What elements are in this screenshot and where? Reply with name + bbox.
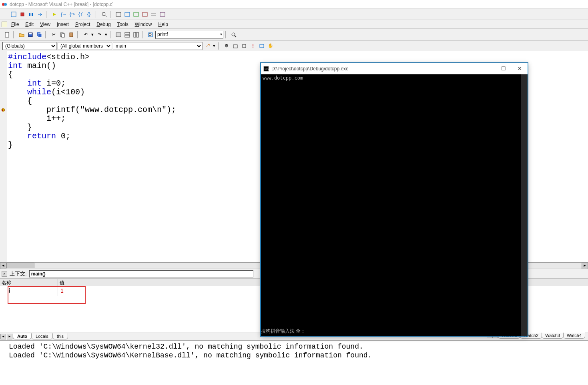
menu-file[interactable]: File xyxy=(8,21,22,28)
menu-debug[interactable]: Debug xyxy=(93,21,114,28)
svg-text:{→}: {→} xyxy=(61,12,66,17)
toggle-breakpoint-button[interactable]: ✋ xyxy=(267,42,275,50)
save-all-button[interactable] xyxy=(35,31,43,39)
ime-status: 搜狗拼音输入法 全： xyxy=(261,328,305,335)
stop-build-button[interactable] xyxy=(240,42,248,50)
app-icon xyxy=(2,2,7,7)
toolbar-separator xyxy=(110,11,112,18)
find-combo[interactable]: printf xyxy=(155,31,223,39)
svg-rect-18 xyxy=(160,12,165,16)
open-button[interactable] xyxy=(18,31,26,39)
step-over-button[interactable]: {↷} xyxy=(68,10,76,18)
tab-this[interactable]: this xyxy=(52,333,68,339)
step-out-button[interactable]: {↑} xyxy=(77,10,85,18)
globals-select[interactable]: (Globals) xyxy=(2,42,57,50)
show-next-button[interactable] xyxy=(50,10,58,18)
step-into-button[interactable]: {→} xyxy=(59,10,67,18)
apply-codechanges-button[interactable] xyxy=(36,10,44,18)
scope-toolbar: (Globals) (All global members main ▾ ⚙ !… xyxy=(0,41,588,51)
context-field[interactable]: main() xyxy=(29,270,253,277)
toolbar-separator xyxy=(13,31,16,38)
redo-button[interactable]: ↷ xyxy=(95,31,103,39)
cut-button[interactable]: ✂ xyxy=(50,31,58,39)
memory-window-button[interactable] xyxy=(141,10,149,18)
menu-project[interactable]: Project xyxy=(72,21,93,28)
watch-close-button[interactable]: × xyxy=(2,271,7,277)
minimize-button[interactable]: — xyxy=(480,64,496,74)
save-button[interactable] xyxy=(26,31,34,39)
stop-debug-button[interactable] xyxy=(18,10,26,18)
scroll-left-button[interactable]: ◄ xyxy=(0,263,6,269)
maximize-button[interactable]: ☐ xyxy=(496,64,512,74)
find-button[interactable] xyxy=(230,31,238,39)
watch-window-button[interactable] xyxy=(114,10,122,18)
wizard-button[interactable] xyxy=(203,42,211,50)
window-list-button[interactable] xyxy=(123,31,131,39)
tab-locals[interactable]: Locals xyxy=(31,333,53,339)
disassembly-window-button[interactable] xyxy=(159,10,167,18)
svg-rect-3 xyxy=(21,13,24,16)
variables-window-button[interactable] xyxy=(123,10,131,18)
wizard-dropdown[interactable]: ▾ xyxy=(212,42,216,50)
find-in-files-button[interactable] xyxy=(146,31,155,39)
svg-rect-29 xyxy=(125,35,130,37)
col-name[interactable]: 名称 xyxy=(0,279,58,286)
toolbar-separator xyxy=(225,31,228,38)
copy-button[interactable] xyxy=(58,31,66,39)
svg-rect-21 xyxy=(29,33,32,34)
restart-debug-button[interactable] xyxy=(10,10,18,18)
function-select[interactable]: main xyxy=(113,42,203,50)
tile-button[interactable] xyxy=(132,31,140,39)
tab-auto[interactable]: Auto xyxy=(13,333,32,339)
svg-rect-15 xyxy=(142,12,147,16)
console-vscrollbar[interactable] xyxy=(521,74,528,336)
svg-rect-5 xyxy=(32,13,33,16)
menu-tools[interactable]: Tools xyxy=(114,21,132,28)
svg-rect-36 xyxy=(233,45,237,48)
quickwatch-button[interactable] xyxy=(100,10,108,18)
toolbar-separator xyxy=(77,31,80,38)
execute-button[interactable]: ! xyxy=(249,42,257,50)
svg-rect-27 xyxy=(116,33,121,37)
tab-watch3[interactable]: Watch3 xyxy=(542,333,564,339)
col-value[interactable]: 值 xyxy=(58,279,250,286)
new-button[interactable] xyxy=(3,31,11,39)
console-body[interactable]: www.dotcpp.com xyxy=(261,74,528,336)
svg-line-35 xyxy=(235,36,236,37)
compile-button[interactable]: ⚙ xyxy=(223,42,231,50)
console-line: www.dotcpp.com xyxy=(263,75,303,81)
run-to-cursor-button[interactable]: {} xyxy=(86,10,94,18)
output-pane: Loaded 'C:\Windows\SysWOW64\kernel32.dll… xyxy=(0,340,588,385)
callstack-window-button[interactable] xyxy=(150,10,158,18)
menu-help[interactable]: Help xyxy=(155,21,171,28)
svg-point-10 xyxy=(102,12,105,16)
console-window[interactable]: C:\ D:\Project\dotcpp\Debug\dotcpp.exe —… xyxy=(261,63,528,336)
build-button[interactable] xyxy=(231,42,239,50)
paste-button[interactable] xyxy=(67,31,75,39)
title-text: dotcpp - Microsoft Visual C++ [break] - … xyxy=(10,2,114,7)
undo-button[interactable]: ↶ xyxy=(82,31,90,39)
members-select[interactable]: (All global members xyxy=(58,42,112,50)
menu-window[interactable]: Window xyxy=(132,21,155,28)
scroll-right-button[interactable]: ► xyxy=(582,263,588,269)
tabs-scroll-right[interactable]: ► xyxy=(7,334,12,339)
tabs-scroll-left[interactable]: ◄ xyxy=(0,334,6,339)
menu-view[interactable]: View xyxy=(37,21,54,28)
document-icon[interactable] xyxy=(2,22,7,27)
redo-dropdown[interactable]: ▾ xyxy=(104,31,108,39)
output-text: Loaded 'C:\Windows\SysWOW64\kernel32.dll… xyxy=(0,341,588,361)
tab-watch4[interactable]: Watch4 xyxy=(563,333,585,339)
go-button[interactable] xyxy=(258,42,266,50)
code-text: #include<stdio.h> int main() { int i=0; … xyxy=(8,53,176,150)
toolbar-separator xyxy=(46,11,48,18)
break-button[interactable] xyxy=(27,10,35,18)
menu-edit[interactable]: Edit xyxy=(22,21,37,28)
scroll-thumb[interactable] xyxy=(6,263,34,268)
toolbar-separator xyxy=(110,31,112,38)
close-button[interactable]: ✕ xyxy=(512,64,528,74)
registers-window-button[interactable] xyxy=(132,10,140,18)
console-titlebar[interactable]: C:\ D:\Project\dotcpp\Debug\dotcpp.exe —… xyxy=(261,63,528,74)
undo-dropdown[interactable]: ▾ xyxy=(90,31,94,39)
workspace-button[interactable] xyxy=(114,31,122,39)
menu-insert[interactable]: Insert xyxy=(54,21,72,28)
